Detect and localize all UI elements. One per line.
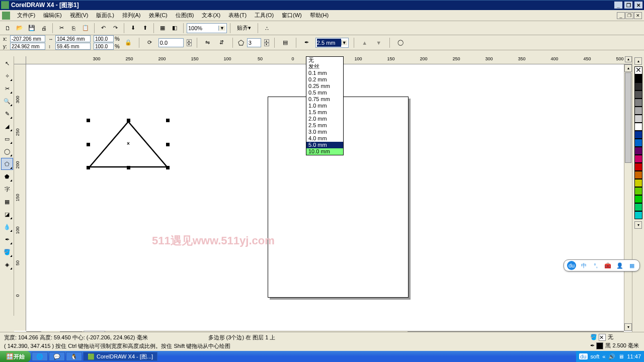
color-swatch-16[interactable] <box>634 195 642 203</box>
ime-lang-button[interactable]: 中 <box>579 261 588 270</box>
center-marker[interactable]: × <box>127 141 130 146</box>
ime-toolbox-button[interactable]: 🧰 <box>603 261 612 270</box>
menu-4[interactable]: 排列(A) <box>118 11 145 20</box>
color-swatch-2[interactable] <box>634 82 642 90</box>
ime-logo-icon[interactable]: du <box>567 261 576 270</box>
print-button[interactable]: 🖨 <box>38 23 49 34</box>
zoom-input[interactable] <box>188 24 218 32</box>
scroll-up-button[interactable]: ▴ <box>625 56 632 62</box>
shape-tool[interactable]: ✧ <box>1 70 13 82</box>
color-swatch-17[interactable] <box>634 203 642 211</box>
taskbar-item-3[interactable]: 🐧 <box>66 352 82 361</box>
tray-soft-label[interactable]: soft <box>591 353 600 359</box>
undo-button[interactable]: ↶ <box>98 23 109 34</box>
polygon-tool[interactable]: ⬠ <box>1 158 13 170</box>
crop-tool[interactable]: ✂ <box>1 82 13 95</box>
tray-collapse-icon[interactable]: « <box>602 353 605 359</box>
outline-option-12[interactable]: 4.0 mm <box>306 135 343 142</box>
freehand-tool[interactable]: ✎ <box>1 108 13 120</box>
lock-ratio-button[interactable]: 🔒 <box>123 37 134 48</box>
outline-option-5[interactable]: 0.5 mm <box>306 89 343 96</box>
color-swatch-6[interactable] <box>634 115 642 123</box>
color-swatch-9[interactable] <box>634 139 642 147</box>
handle-n[interactable] <box>127 119 130 122</box>
options-button[interactable]: ⛬ <box>261 23 272 34</box>
color-swatch-8[interactable] <box>634 131 642 139</box>
menu-3[interactable]: 版面(L) <box>92 11 118 20</box>
basic-shapes-tool[interactable]: ⬟ <box>1 170 13 183</box>
ruler-vertical[interactable]: 050100150200250300 <box>14 64 26 331</box>
tray-du-icon[interactable]: du <box>579 353 587 359</box>
outline-tool[interactable]: ✒ <box>1 233 13 245</box>
color-swatch-3[interactable] <box>634 90 642 99</box>
outline-option-1[interactable]: 发丝 <box>306 63 343 70</box>
outline-option-0[interactable]: 无 <box>306 57 343 63</box>
paste-button[interactable]: 📋 <box>80 23 91 34</box>
outline-option-14[interactable]: 10.0 mm <box>306 148 343 155</box>
handle-s[interactable] <box>127 166 130 169</box>
color-swatch-10[interactable] <box>634 147 642 155</box>
ime-punct-button[interactable]: °, <box>591 261 600 270</box>
polygon-sides-input[interactable] <box>247 38 261 47</box>
rectangle-tool[interactable]: ▭ <box>1 133 13 145</box>
height-input[interactable] <box>55 43 91 50</box>
palette-scroll-up[interactable]: ▴ <box>634 57 642 65</box>
menu-6[interactable]: 位图(B) <box>172 11 198 20</box>
zoom-dropdown-arrow[interactable]: ▼ <box>218 26 225 31</box>
y-input[interactable] <box>10 43 45 50</box>
dropper-tool[interactable]: 💧 <box>1 221 13 233</box>
palette-scroll-down[interactable]: ▾ <box>634 221 642 229</box>
mirror-h-button[interactable]: ⇋ <box>202 37 213 48</box>
scroll-down[interactable]: ▾ <box>624 323 632 331</box>
welcome-button[interactable]: ◧ <box>169 23 180 34</box>
menu-1[interactable]: 编辑(E) <box>39 11 66 20</box>
fill-tool[interactable]: 🪣 <box>1 246 13 258</box>
interactive-fill-tool[interactable]: ◈ <box>1 258 13 270</box>
color-swatch-15[interactable] <box>634 187 642 195</box>
color-swatch-18[interactable] <box>634 211 642 219</box>
close-button[interactable]: ✕ <box>634 1 643 9</box>
sides-up[interactable]: ▴ <box>264 39 269 43</box>
fill-swatch[interactable]: ✕ <box>599 334 606 341</box>
open-button[interactable]: 📂 <box>14 23 25 34</box>
rotation-up[interactable]: ▴ <box>187 39 192 43</box>
ruler-origin[interactable] <box>14 56 26 64</box>
ellipse-tool[interactable]: ◯ <box>1 145 13 157</box>
color-swatch-12[interactable] <box>634 163 642 171</box>
sides-down[interactable]: ▾ <box>264 43 269 46</box>
minimize-button[interactable]: _ <box>614 1 623 9</box>
taskbar-item-2[interactable]: 💬 <box>49 352 65 361</box>
outline-option-3[interactable]: 0.2 mm <box>306 76 343 83</box>
menu-2[interactable]: 视图(V) <box>66 11 93 20</box>
tray-volume-icon[interactable]: 🔊 <box>608 353 615 360</box>
snap-button[interactable]: 贴齐 ▾ <box>233 23 255 34</box>
menu-8[interactable]: 表格(T) <box>224 11 251 20</box>
scale-x-input[interactable] <box>94 35 114 42</box>
mdi-minimize-button[interactable]: _ <box>617 12 625 19</box>
outline-option-13[interactable]: 5.0 mm <box>306 142 343 148</box>
to-back-button[interactable]: ▼ <box>373 37 384 48</box>
mirror-v-button[interactable]: ⇵ <box>216 37 227 48</box>
new-button[interactable]: 🗋 <box>2 23 13 34</box>
color-swatch-5[interactable] <box>634 107 642 115</box>
wrap-text-button[interactable]: ▤ <box>280 37 291 48</box>
handle-nw[interactable] <box>87 119 90 122</box>
system-tray[interactable]: du soft « 🔊 🖥 11:47 <box>576 351 644 362</box>
menu-0[interactable]: 文件(F) <box>13 11 39 20</box>
outline-option-7[interactable]: 1.0 mm <box>306 103 343 109</box>
color-swatch-4[interactable] <box>634 99 642 107</box>
outline-option-2[interactable]: 0.1 mm <box>306 70 343 76</box>
restore-button[interactable]: ❐ <box>624 1 633 9</box>
outline-option-8[interactable]: 1.5 mm <box>306 109 343 116</box>
ime-toolbar[interactable]: du 中 °, 🧰 👤 ▦ <box>564 259 640 272</box>
outline-width-dropdown-arrow[interactable]: ▼ <box>341 40 347 45</box>
rotation-input[interactable] <box>158 38 184 47</box>
width-input[interactable] <box>55 35 91 42</box>
outline-option-4[interactable]: 0.25 mm <box>306 83 343 89</box>
save-button[interactable]: 💾 <box>26 23 37 34</box>
handle-se[interactable] <box>166 166 170 169</box>
mdi-close-button[interactable]: ✕ <box>634 12 642 19</box>
outline-option-11[interactable]: 3.0 mm <box>306 129 343 135</box>
to-front-button[interactable]: ▲ <box>359 37 370 48</box>
convert-curves-button[interactable]: ◯ <box>395 37 406 48</box>
